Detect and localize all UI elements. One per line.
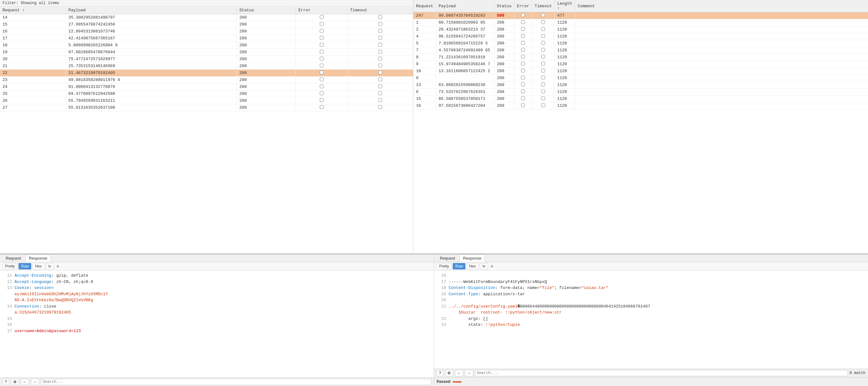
right-cell-error[interactable] [514,75,532,82]
left-cell-timeout[interactable] [347,56,413,63]
right-help-btn[interactable]: ? [437,370,443,376]
left-btn-pretty[interactable]: Pretty [2,263,17,269]
right-col-status[interactable]: Status [494,0,515,12]
right-col-request[interactable]: Request [413,0,436,12]
right-cell-error[interactable] [514,68,532,75]
left-cell-timeout[interactable] [347,97,413,104]
right-cell-timeout[interactable] [532,40,555,47]
left-cell-error[interactable] [296,77,347,84]
right-col-payload[interactable]: Payload [436,0,494,12]
left-col-request[interactable]: Request ↑ [0,7,66,14]
right-btn-pretty[interactable]: Pretty [437,263,452,269]
right-col-length[interactable]: Length ↑ [555,0,575,12]
right-cell-timeout[interactable] [532,102,555,109]
right-table-row[interactable]: 5 7.8106568164715228 5 200 1120 [413,40,868,47]
left-table-row[interactable]: 21 25.7353153148146969 200 [0,63,413,70]
right-table-row[interactable]: 0 200 1120 [413,75,868,82]
left-col-timeout[interactable]: Timeout [347,7,413,14]
left-table-container[interactable]: Request ↑ Payload Status Error Timeout 1… [0,7,413,254]
right-cell-error[interactable] [514,89,532,95]
left-cell-error[interactable] [296,90,347,97]
left-table-row[interactable]: 20 75.4772472571829977 200 [0,56,413,63]
left-cell-timeout[interactable] [347,28,413,35]
right-btn-menu[interactable]: ≡ [489,263,495,269]
right-tab-response[interactable]: Response [459,254,485,262]
right-cell-error[interactable] [514,54,532,61]
left-cell-timeout[interactable] [347,63,413,70]
left-cell-error[interactable] [296,21,347,28]
left-table-row[interactable]: 17 42.4149875667365167 200 [0,35,413,42]
left-cell-error[interactable] [296,97,347,104]
right-cell-error[interactable] [514,26,532,33]
right-search-input[interactable] [475,370,848,376]
right-table-container[interactable]: Request Payload Status Error Timeout Len… [413,0,868,254]
right-settings-btn[interactable]: ⚙ [445,370,453,376]
left-btn-hex[interactable]: Hex [32,263,44,269]
right-table-row[interactable]: 2 28.4324971863213 37 200 1120 [413,26,868,33]
left-cell-error[interactable] [296,42,347,49]
right-table-row[interactable]: 13 63.8892815590860238 200 1120 [413,82,868,89]
right-cell-timeout[interactable] [532,75,555,82]
left-table-row[interactable]: 14 35.3002952081498797 200 [0,14,413,21]
right-tab-request[interactable]: Request [437,255,458,262]
left-col-error[interactable]: Error [296,7,347,14]
left-table-row[interactable]: 26 55.7949269831163211 200 [0,97,413,104]
left-cell-timeout[interactable] [347,21,413,28]
right-table-row[interactable]: 4 96.5155041724266757 200 1120 [413,33,868,40]
right-back-btn[interactable]: ← [455,370,463,376]
right-cell-timeout[interactable] [532,89,555,95]
right-btn-newline[interactable]: \n [480,263,488,269]
right-table-row[interactable]: 16 97.5815673606427204 200 1120 [413,102,868,109]
left-table-row[interactable]: 19 97.0028685470676844 200 [0,49,413,56]
left-tab-request[interactable]: Request [2,255,24,262]
left-cell-error[interactable] [296,14,347,21]
right-table-row[interactable]: 9 15.9749484905358246 7 200 1120 [413,61,868,68]
left-cell-error[interactable] [296,70,347,77]
left-settings-btn[interactable]: ⚙ [11,379,19,385]
left-table-row[interactable]: 18 5.8060990265226904 9 200 [0,42,413,49]
right-cell-timeout[interactable] [532,12,555,19]
right-cell-timeout[interactable] [532,61,555,68]
left-table-row[interactable]: 15 27.9955478874242456 200 [0,21,413,28]
left-table-row[interactable]: 22 31.4673219979192405 200 [0,70,413,77]
left-cell-error[interactable] [296,84,347,90]
left-cell-error[interactable] [296,28,347,35]
left-cell-timeout[interactable] [347,35,413,42]
right-cell-timeout[interactable] [532,19,555,26]
right-col-timeout[interactable]: Timeout [532,0,555,12]
right-cell-timeout[interactable] [532,26,555,33]
left-cell-error[interactable] [296,49,347,56]
left-cell-timeout[interactable] [347,90,413,97]
right-cell-error[interactable] [514,95,532,102]
right-cell-error[interactable] [514,82,532,89]
right-cell-timeout[interactable] [532,33,555,40]
left-search-input[interactable] [41,379,431,385]
left-cell-timeout[interactable] [347,70,413,77]
right-col-error[interactable]: Error [514,0,532,12]
left-btn-menu[interactable]: ≡ [55,263,61,269]
left-cell-error[interactable] [296,35,347,42]
left-table-row[interactable]: 27 55.0131635352637108 200 [0,104,413,111]
right-table-row[interactable]: 15 86.5087550537050171 200 1120 [413,95,868,102]
left-tab-response[interactable]: Response [25,254,51,262]
right-cell-timeout[interactable] [532,47,555,54]
left-cell-error[interactable] [296,63,347,70]
left-table-row[interactable]: 23 49.8818358288011976 4 200 [0,77,413,84]
left-cell-timeout[interactable] [347,84,413,90]
left-table-row[interactable]: 16 22.8845313081073746 200 [0,28,413,35]
right-forward-btn[interactable]: → [465,370,473,376]
right-cell-error[interactable] [514,47,532,54]
right-cell-error[interactable] [514,102,532,109]
left-cell-error[interactable] [296,56,347,63]
right-table-row[interactable]: 8 71.2214361697051918 200 1120 [413,54,868,61]
right-table-row[interactable]: 1 60.7158001020903 85 200 1120 [413,19,868,26]
left-table-row[interactable]: 24 91.8060413132770876 200 [0,84,413,90]
right-table-row[interactable]: 247 99.0087435704519263 500 477 [413,12,868,19]
right-cell-error[interactable] [514,61,532,68]
right-btn-hex[interactable]: Hex [467,263,478,269]
left-help-btn[interactable]: ? [2,379,9,385]
right-cell-timeout[interactable] [532,82,555,89]
right-cell-timeout[interactable] [532,95,555,102]
left-cell-timeout[interactable] [347,42,413,49]
right-table-row[interactable]: 10 13.1611606057122425 2 200 1120 [413,68,868,75]
